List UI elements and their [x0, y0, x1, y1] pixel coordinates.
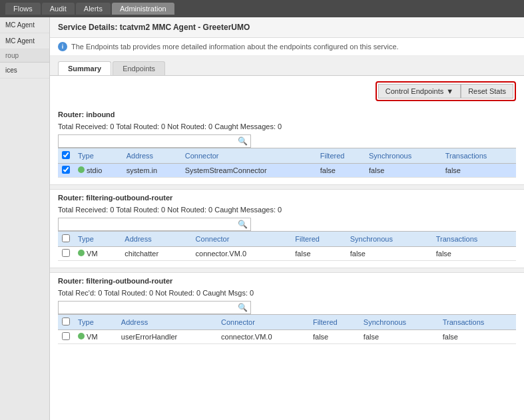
search-box-3[interactable]: 🔍: [58, 301, 251, 314]
sidebar-item-ices[interactable]: ices: [0, 63, 49, 79]
col-header-address-3: Address: [117, 315, 217, 330]
col-header-check-2: [58, 232, 74, 247]
col-header-type-1: Type: [74, 148, 123, 164]
row-connector-2-0: connector.VM.0: [192, 247, 292, 261]
select-all-checkbox-2[interactable]: [62, 234, 70, 242]
top-nav-tabs: Flows Audit Alerts Administration: [5, 3, 174, 15]
reset-stats-button[interactable]: Reset Stats: [461, 84, 513, 99]
status-dot: [78, 166, 85, 173]
sidebar-item-mc-agent-1[interactable]: MC Agent: [0, 17, 49, 33]
col-header-address-1: Address: [123, 148, 181, 164]
main-layout: MC Agent MC Agent roup ices Service Deta…: [0, 17, 524, 420]
tab-alerts[interactable]: Alerts: [76, 3, 111, 15]
status-dot: [78, 250, 85, 256]
select-all-checkbox-3[interactable]: [62, 317, 70, 325]
stats-row-2: Total Received: 0 Total Routed: 0 Not Ro…: [58, 204, 516, 218]
row-connector-1-0: SystemStreamConnector: [181, 164, 316, 178]
stats-row-1: Total Received: 0 Total Routed: 0 Not Ro…: [58, 121, 516, 134]
control-endpoints-button[interactable]: Control Endpoints ▼: [378, 84, 461, 99]
col-header-connector-1: Connector: [181, 148, 316, 164]
info-text: The Endpoints tab provides more detailed…: [71, 43, 399, 51]
tab-administration[interactable]: Administration: [112, 3, 174, 15]
dropdown-arrow-icon: ▼: [446, 87, 453, 95]
service-title: Service Details: tcatvm2 MMC Agent - Gre…: [58, 23, 516, 32]
col-header-synchronous-2: Synchronous: [346, 232, 432, 247]
row-filtered-2-0: false: [291, 247, 346, 261]
stats-row-3: Total Rec'd: 0 Total Routed: 0 Not Route…: [58, 288, 516, 301]
info-icon: i: [58, 42, 67, 51]
tab-audit[interactable]: Audit: [42, 3, 75, 15]
col-header-transactions-3: Transactions: [439, 315, 516, 330]
router-section-3: Router: filtering-outbound-router Total …: [50, 273, 524, 351]
row-filtered-3-0: false: [309, 330, 360, 344]
service-header: Service Details: tcatvm2 MMC Agent - Gre…: [50, 17, 524, 38]
col-header-connector-2: Connector: [192, 232, 292, 247]
sidebar-group: roup: [0, 49, 49, 63]
tab-endpoints[interactable]: Endpoints: [113, 61, 165, 75]
col-header-transactions-1: Transactions: [441, 148, 516, 164]
row-synchronous-1-0: false: [365, 164, 441, 178]
col-header-transactions-2: Transactions: [432, 232, 516, 247]
tab-summary[interactable]: Summary: [58, 61, 111, 75]
row-synchronous-3-0: false: [360, 330, 439, 344]
sidebar-item-mc-agent-2[interactable]: MC Agent: [0, 33, 49, 49]
col-header-address-2: Address: [121, 232, 191, 247]
router-label-3: Router: filtering-outbound-router: [58, 273, 516, 288]
col-header-filtered-3: Filtered: [309, 315, 360, 330]
row-connector-3-0: connector.VM.0: [217, 330, 309, 344]
control-bar: Control Endpoints ▼ Reset Stats: [50, 76, 524, 106]
top-nav: Flows Audit Alerts Administration: [0, 0, 524, 17]
control-btn-group: Control Endpoints ▼ Reset Stats: [376, 81, 516, 101]
app-container: Flows Audit Alerts Administration MC Age…: [0, 0, 524, 420]
search-box-2[interactable]: 🔍: [58, 218, 251, 231]
section-divider-2: [50, 268, 524, 273]
row-address-3-0: userErrorHandler: [117, 330, 217, 344]
search-input-2[interactable]: [61, 220, 238, 228]
router-section-2: Router: filtering-outbound-router Total …: [50, 190, 524, 268]
endpoint-table-3: Type Address Connector Filtered Synchron…: [58, 314, 516, 344]
col-header-filtered-1: Filtered: [316, 148, 365, 164]
router-label-1: Router: inbound: [58, 106, 516, 121]
status-dot: [78, 333, 85, 339]
search-icon-2: 🔍: [238, 220, 248, 229]
content-area: Service Details: tcatvm2 MMC Agent - Gre…: [50, 17, 524, 420]
row-filtered-1-0: false: [316, 164, 365, 178]
endpoint-table-2: Type Address Connector Filtered Synchron…: [58, 231, 516, 261]
endpoint-table-1: Type Address Connector Filtered Synchron…: [58, 148, 516, 178]
table-row[interactable]: VM userErrorHandler connector.VM.0 false…: [58, 330, 516, 344]
row-address-2-0: chitchatter: [121, 247, 191, 261]
row-transactions-1-0: false: [441, 164, 516, 178]
row-checkbox-1-0[interactable]: [58, 164, 74, 178]
row-transactions-3-0: false: [439, 330, 516, 344]
col-header-check-3: [58, 315, 74, 330]
search-icon-3: 🔍: [238, 303, 248, 312]
search-input-3[interactable]: [61, 304, 238, 312]
row-checkbox-2-0[interactable]: [58, 247, 74, 261]
row-status-type-1-0: stdio: [74, 164, 123, 178]
table-row[interactable]: stdio system.in SystemStreamConnector fa…: [58, 164, 516, 178]
tab-flows[interactable]: Flows: [5, 3, 41, 15]
row-checkbox-3-0[interactable]: [58, 330, 74, 344]
row-status-type-2-0: VM: [74, 247, 121, 261]
row-transactions-2-0: false: [432, 247, 516, 261]
router-label-2: Router: filtering-outbound-router: [58, 190, 516, 204]
row-address-1-0: system.in: [123, 164, 181, 178]
section-divider-1: [50, 184, 524, 190]
col-header-filtered-2: Filtered: [291, 232, 346, 247]
search-icon-1: 🔍: [238, 136, 248, 146]
row-status-type-3-0: VM: [74, 330, 117, 344]
col-header-synchronous-1: Synchronous: [365, 148, 441, 164]
row-synchronous-2-0: false: [346, 247, 432, 261]
col-header-check-1: [58, 148, 74, 164]
col-header-synchronous-3: Synchronous: [360, 315, 439, 330]
col-header-type-3: Type: [74, 315, 117, 330]
info-bar: i The Endpoints tab provides more detail…: [50, 38, 524, 56]
sidebar: MC Agent MC Agent roup ices: [0, 17, 50, 420]
search-box-1[interactable]: 🔍: [58, 134, 251, 148]
table-row[interactable]: VM chitchatter connector.VM.0 false fals…: [58, 247, 516, 261]
select-all-checkbox-1[interactable]: [62, 151, 70, 159]
router-section-1: Router: inbound Total Received: 0 Total …: [50, 106, 524, 184]
tabs-row: Summary Endpoints: [50, 56, 524, 76]
search-input-1[interactable]: [61, 137, 238, 145]
col-header-type-2: Type: [74, 232, 121, 247]
